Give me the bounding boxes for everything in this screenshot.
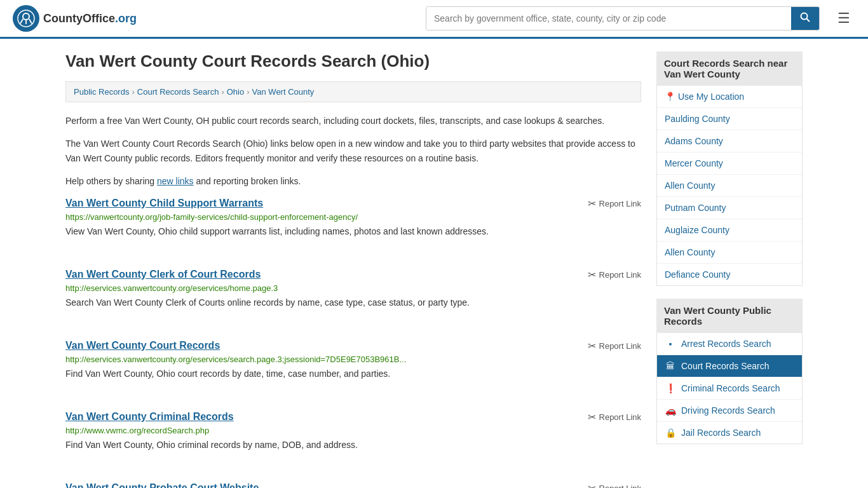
result-title-2[interactable]: Van Wert County Court Records [65,340,220,351]
hamburger-button[interactable]: ☰ [832,8,855,29]
breadcrumb-sep-2: › [221,87,224,97]
nearby-county-link-3[interactable]: Allen County [657,175,802,196]
report-icon-3: ✂ [588,411,596,423]
report-link-4[interactable]: ✂ Report Link [588,482,641,488]
nearby-section: Court Records Search near Van Wert Count… [656,51,803,286]
result-header: Van Wert County Child Support Warrants ✂… [65,198,641,210]
public-record-label-0: Arrest Records Search [681,339,771,349]
public-record-item[interactable]: 🏛 Court Records Search [657,355,802,377]
description-3-prefix: Help others by sharing [65,176,157,186]
search-icon [800,12,810,22]
public-record-item[interactable]: 🔒 Jail Records Search [657,422,802,444]
result-item: Van Wert County Criminal Records ✂ Repor… [65,411,641,464]
public-record-link-2[interactable]: ❗ Criminal Records Search [657,377,802,399]
public-record-item[interactable]: ▪ Arrest Records Search [657,333,802,355]
svg-line-6 [807,19,810,22]
public-records-list: ▪ Arrest Records Search 🏛 Court Records … [656,333,803,444]
nearby-county-item[interactable]: Auglaize County [657,219,802,241]
logo-link[interactable]: CountyOffice.org [13,5,137,32]
result-item: Van Wert County Clerk of Court Records ✂… [65,269,641,322]
result-item: Van Wert County Child Support Warrants ✂… [65,198,641,251]
page-title: Van Wert County Court Records Search (Oh… [65,51,641,71]
use-location-link[interactable]: 📍 Use My Location [657,86,802,107]
public-record-icon-4: 🔒 [665,428,676,438]
result-title-1[interactable]: Van Wert County Clerk of Court Records [65,269,261,280]
public-record-link-4[interactable]: 🔒 Jail Records Search [657,422,802,444]
nearby-county-link-4[interactable]: Putnam County [657,197,802,219]
report-label-4: Report Link [599,484,641,488]
report-label-3: Report Link [599,412,641,422]
svg-point-5 [801,13,808,20]
public-records-header: Van Wert County Public Records [656,299,803,333]
public-record-item[interactable]: ❗ Criminal Records Search [657,377,802,400]
result-item: Van Wert County Court Records ✂ Report L… [65,340,641,393]
result-desc-3: Find Van Wert County, Ohio criminal reco… [65,438,641,452]
nearby-county-link-5[interactable]: Auglaize County [657,219,802,241]
nearby-county-item[interactable]: Allen County [657,175,802,197]
report-icon-2: ✂ [588,340,596,352]
description-3: Help others by sharing new links and rep… [65,174,641,188]
nearby-county-item[interactable]: Putnam County [657,197,802,219]
public-records-section: Van Wert County Public Records ▪ Arrest … [656,299,803,444]
location-icon: 📍 [665,92,675,102]
result-desc-0: View Van Wert County, Ohio child support… [65,225,641,238]
nearby-county-link-0[interactable]: Paulding County [657,108,802,130]
result-desc-1: Search Van Wert County Clerk of Courts o… [65,296,641,309]
breadcrumb-court-records[interactable]: Court Records Search [137,87,219,97]
logo-svg [17,10,35,27]
report-link-2[interactable]: ✂ Report Link [588,340,641,352]
search-button[interactable] [791,7,819,30]
logo-icon [13,5,39,32]
nearby-county-item[interactable]: Adams County [657,130,802,152]
nearby-county-link-2[interactable]: Mercer County [657,152,802,174]
nearby-list: 📍 Use My Location Paulding CountyAdams C… [656,86,803,286]
public-record-icon-1: 🏛 [665,361,676,371]
breadcrumb-ohio[interactable]: Ohio [227,87,244,97]
nearby-county-item[interactable]: Allen County [657,241,802,264]
public-record-link-3[interactable]: 🚗 Driving Records Search [657,400,802,421]
public-record-label-2: Criminal Records Search [681,383,780,393]
result-header: Van Wert County Criminal Records ✂ Repor… [65,411,641,423]
nearby-county-link-6[interactable]: Allen County [657,241,802,263]
nearby-county-link-7[interactable]: Defiance County [657,264,802,285]
nearby-county-item[interactable]: Mercer County [657,152,802,175]
svg-point-0 [18,10,34,27]
use-location-item[interactable]: 📍 Use My Location [657,86,802,108]
breadcrumb-public-records[interactable]: Public Records [74,87,129,97]
report-link-3[interactable]: ✂ Report Link [588,411,641,423]
breadcrumb-van-wert[interactable]: Van Wert County [252,87,315,97]
logo-text: CountyOffice.org [43,12,137,25]
sidebar: Court Records Search near Van Wert Count… [656,51,803,488]
public-record-link-1[interactable]: 🏛 Court Records Search [657,355,802,377]
public-record-icon-0: ▪ [665,339,676,349]
report-label-1: Report Link [599,270,641,280]
use-location-label: Use My Location [678,92,744,102]
report-icon-0: ✂ [588,198,596,210]
public-record-link-0[interactable]: ▪ Arrest Records Search [657,333,802,355]
result-title-0[interactable]: Van Wert County Child Support Warrants [65,198,263,209]
nearby-county-link-1[interactable]: Adams County [657,130,802,152]
public-record-icon-3: 🚗 [665,405,676,416]
result-header: Van Wert County Clerk of Court Records ✂… [65,269,641,281]
nearby-county-item[interactable]: Defiance County [657,264,802,285]
public-record-label-1: Court Records Search [681,361,770,371]
nearby-header: Court Records Search near Van Wert Count… [656,51,803,86]
public-record-item[interactable]: 🚗 Driving Records Search [657,400,802,422]
header: CountyOffice.org ☰ [0,0,868,39]
nearby-county-item[interactable]: Paulding County [657,108,802,130]
public-record-label-3: Driving Records Search [681,405,775,416]
report-icon-4: ✂ [588,482,596,488]
result-header: Van Wert County Court Records ✂ Report L… [65,340,641,352]
result-url-0: https://vanwertcounty.org/job-family-ser… [65,212,641,222]
report-link-1[interactable]: ✂ Report Link [588,269,641,281]
new-links[interactable]: new links [157,176,194,186]
report-label-2: Report Link [599,341,641,351]
description-2: The Van Wert County Court Records Search… [65,137,641,165]
search-input[interactable] [426,7,791,30]
result-item: Van Wert County Probate Court Website ✂ … [65,482,641,488]
main-container: Van Wert County Court Records Search (Oh… [53,39,815,488]
result-title-4[interactable]: Van Wert County Probate Court Website [65,482,259,488]
result-title-3[interactable]: Van Wert County Criminal Records [65,411,234,423]
report-link-0[interactable]: ✂ Report Link [588,198,641,210]
result-url-1: http://eservices.vanwertcounty.org/eserv… [65,283,641,293]
